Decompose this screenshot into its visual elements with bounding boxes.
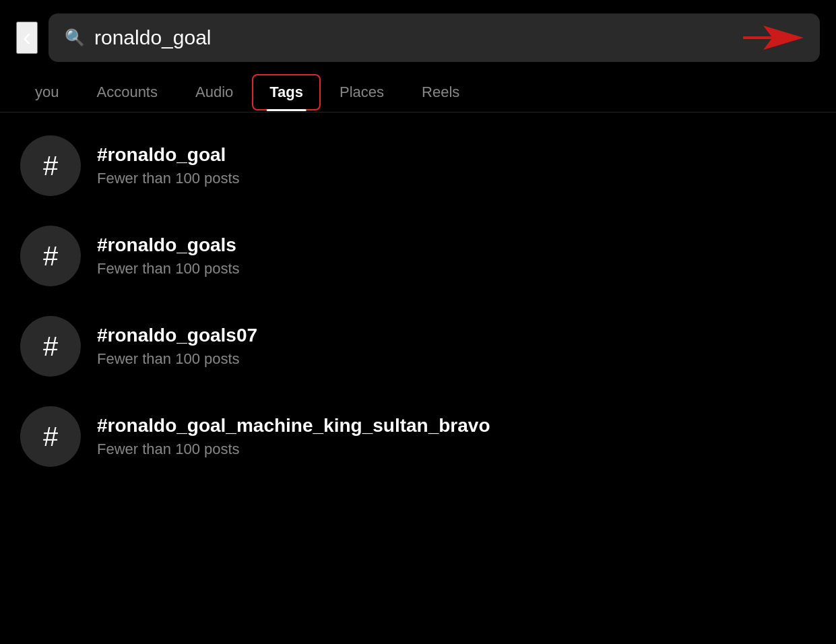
search-icon: 🔍 xyxy=(65,28,85,47)
result-info: #ronaldo_goal Fewer than 100 posts xyxy=(97,144,240,187)
hashtag-icon: # xyxy=(43,331,58,362)
search-input[interactable] xyxy=(94,26,734,49)
results-list: # #ronaldo_goal Fewer than 100 posts # #… xyxy=(0,112,836,490)
hashtag-avatar: # xyxy=(20,316,81,377)
back-button[interactable]: ‹ xyxy=(16,22,38,54)
tab-tags[interactable]: Tags xyxy=(252,74,321,110)
tag-name: #ronaldo_goal xyxy=(97,144,240,166)
list-item[interactable]: # #ronaldo_goals07 Fewer than 100 posts xyxy=(0,301,836,391)
list-item[interactable]: # #ronaldo_goal_machine_king_sultan_brav… xyxy=(0,391,836,482)
tab-audio[interactable]: Audio xyxy=(176,73,252,112)
tag-name: #ronaldo_goal_machine_king_sultan_bravo xyxy=(97,415,490,437)
tab-reels[interactable]: Reels xyxy=(403,73,478,112)
search-arrow-annotation xyxy=(743,26,804,50)
tab-for-you[interactable]: you xyxy=(16,73,77,112)
hashtag-icon: # xyxy=(43,151,58,181)
result-info: #ronaldo_goals Fewer than 100 posts xyxy=(97,234,240,278)
tag-name: #ronaldo_goals xyxy=(97,234,240,256)
post-count: Fewer than 100 posts xyxy=(97,441,490,458)
list-item[interactable]: # #ronaldo_goals Fewer than 100 posts xyxy=(0,211,836,301)
post-count: Fewer than 100 posts xyxy=(97,170,240,187)
search-bar: 🔍 xyxy=(49,13,820,62)
list-item[interactable]: # #ronaldo_goal Fewer than 100 posts xyxy=(0,121,836,211)
post-count: Fewer than 100 posts xyxy=(97,350,257,368)
post-count: Fewer than 100 posts xyxy=(97,260,240,278)
result-info: #ronaldo_goals07 Fewer than 100 posts xyxy=(97,325,257,368)
header: ‹ 🔍 xyxy=(0,0,836,73)
hashtag-avatar: # xyxy=(20,226,81,286)
tag-name: #ronaldo_goals07 xyxy=(97,325,257,346)
hashtag-icon: # xyxy=(43,422,58,452)
tab-accounts[interactable]: Accounts xyxy=(77,73,176,112)
hashtag-avatar: # xyxy=(20,406,81,467)
hashtag-avatar: # xyxy=(20,135,81,196)
hashtag-icon: # xyxy=(43,241,58,271)
svg-marker-0 xyxy=(743,26,804,50)
tab-places[interactable]: Places xyxy=(321,73,403,112)
tabs-container: you Accounts Audio Tags Places Reels xyxy=(0,73,836,112)
result-info: #ronaldo_goal_machine_king_sultan_bravo … xyxy=(97,415,490,458)
